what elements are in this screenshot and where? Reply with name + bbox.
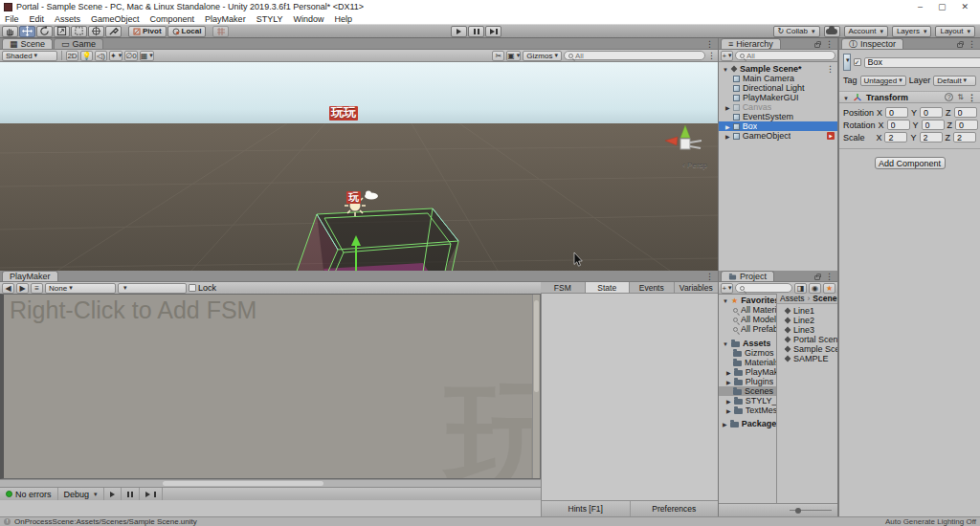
folder-playmaker[interactable]: PlayMaker	[719, 367, 776, 377]
gizmos-dropdown[interactable]: Gizmos	[523, 51, 562, 61]
search-by-label-icon[interactable]: ◉	[809, 283, 821, 294]
grid-visibility-icon[interactable]: ▦	[140, 51, 154, 61]
fsm-selector-dropdown[interactable]: None	[45, 283, 116, 294]
hierarchy-item-directional-light[interactable]: Directional Light	[719, 83, 837, 93]
hierarchy-item-gameobject[interactable]: GameObject▸	[719, 131, 837, 141]
tab-scene[interactable]: ▦ Scene	[2, 38, 53, 49]
perspective-indicator[interactable]: ‹ Persp	[682, 161, 707, 169]
layers-dropdown[interactable]: Layers	[892, 26, 932, 37]
account-dropdown[interactable]: Account	[844, 26, 888, 37]
cloud-button[interactable]	[824, 26, 840, 37]
folder-styly-plugins[interactable]: STYLY_Plugins	[719, 396, 776, 405]
component-menu-icon[interactable]	[968, 93, 976, 102]
tab-playmaker[interactable]: PlayMaker	[2, 271, 58, 281]
transform-tool-icon[interactable]	[88, 26, 104, 37]
folder-scenes[interactable]: Scenes	[719, 386, 776, 396]
project-menu-icon[interactable]	[825, 272, 834, 281]
file-sample-scene[interactable]: Sample Scene	[781, 344, 837, 354]
help-icon[interactable]: ?	[945, 93, 953, 101]
tab-inspector[interactable]: ⓘ Inspector	[841, 38, 903, 49]
scene-menu-icon[interactable]	[705, 39, 714, 49]
menu-playmaker[interactable]: PlayMaker	[205, 14, 246, 24]
fsm-back-icon[interactable]: ◀	[2, 283, 14, 294]
scene-options-icon[interactable]	[826, 64, 835, 74]
foldout-icon[interactable]	[726, 396, 731, 405]
hierarchy-search[interactable]	[735, 51, 835, 60]
favorites-root[interactable]: Favorites	[719, 296, 776, 305]
lock-icon[interactable]	[814, 275, 820, 280]
lock-icon[interactable]	[814, 43, 820, 48]
create-object-button[interactable]: +	[721, 51, 733, 61]
transform-component-header[interactable]: Transform ? ⇅	[839, 91, 980, 103]
rect-tool-icon[interactable]	[71, 26, 87, 37]
breadcrumb-current[interactable]: Scenes	[813, 294, 837, 303]
file-line2[interactable]: Line2	[781, 316, 837, 325]
folder-plugins[interactable]: Plugins	[719, 377, 776, 386]
menu-styly[interactable]: STYLY	[256, 14, 283, 24]
add-component-button[interactable]: Add Component	[875, 157, 946, 169]
scale-y-field[interactable]	[920, 132, 943, 142]
playmaker-menu-icon[interactable]	[705, 272, 714, 281]
minimize-button[interactable]: –	[918, 2, 923, 11]
lock-checkbox[interactable]	[189, 284, 196, 292]
fsm-play-button[interactable]	[104, 488, 122, 500]
foldout-icon[interactable]	[725, 131, 730, 141]
scale-z-field[interactable]	[953, 132, 976, 142]
scale-x-field[interactable]	[884, 132, 907, 142]
position-z-field[interactable]	[954, 107, 977, 118]
scene-toolbar-menu-icon[interactable]	[707, 51, 716, 60]
play-button[interactable]	[451, 26, 467, 37]
tab-events[interactable]: Events	[630, 282, 675, 293]
foldout-icon[interactable]	[726, 405, 731, 415]
hierarchy-item-scene[interactable]: Sample Scene*	[719, 64, 837, 74]
step-button[interactable]	[485, 26, 501, 37]
menu-component[interactable]: Component	[150, 14, 195, 24]
layout-dropdown[interactable]: Layout	[935, 26, 975, 37]
scene-camera-icon[interactable]: ▣	[506, 51, 521, 61]
icon-size-slider[interactable]	[790, 510, 832, 511]
menu-assets[interactable]: Assets	[55, 14, 80, 24]
status-message[interactable]: OnProcessScene:Assets/Scenes/Sample Scen…	[14, 517, 197, 526]
fsm-menu-icon[interactable]: ≡	[31, 283, 43, 294]
scene-fx-icon[interactable]: ✦	[109, 51, 122, 61]
file-portal-scene[interactable]: Portal Scene	[781, 335, 837, 344]
tab-game[interactable]: ▭ Game	[54, 38, 103, 49]
lock-icon[interactable]	[957, 43, 963, 48]
hierarchy-item-canvas[interactable]: Canvas	[719, 102, 837, 112]
breadcrumb-root[interactable]: Assets	[780, 294, 805, 303]
custom-tool-icon[interactable]	[105, 26, 122, 37]
move-tool-icon[interactable]	[19, 26, 35, 37]
maximize-button[interactable]: ▢	[938, 2, 947, 11]
fsm-forward-icon[interactable]: ▶	[16, 283, 29, 294]
fsm-graph-canvas[interactable]: Right-Click to Add FSM 玩	[0, 294, 541, 479]
layer-dropdown[interactable]: Default	[933, 76, 976, 86]
file-line1[interactable]: Line1	[781, 306, 837, 316]
favorite-all-models[interactable]: All Models	[719, 315, 776, 324]
hierarchy-item-playmakergui[interactable]: PlayMakerGUI	[719, 93, 837, 102]
rotation-x-field[interactable]	[887, 120, 910, 130]
menu-edit[interactable]: Edit	[30, 14, 45, 24]
scale-tool-icon[interactable]	[54, 26, 70, 37]
foldout-icon[interactable]	[723, 339, 728, 348]
menu-help[interactable]: Help	[334, 14, 352, 24]
object-icon[interactable]	[843, 54, 851, 71]
hierarchy-item-eventsystem[interactable]: EventSystem	[719, 112, 837, 121]
hierarchy-menu-icon[interactable]	[825, 39, 834, 49]
project-search[interactable]	[735, 283, 792, 293]
foldout-icon[interactable]	[726, 367, 731, 377]
packages-root[interactable]: Packages	[719, 419, 776, 428]
file-sample[interactable]: SAMPLE	[781, 354, 837, 363]
rotation-y-field[interactable]	[922, 120, 945, 130]
position-y-field[interactable]	[920, 107, 943, 118]
pivot-toggle[interactable]: Pivot	[128, 26, 167, 37]
2d-toggle[interactable]: 2D	[66, 51, 78, 61]
create-asset-button[interactable]: +	[721, 283, 733, 294]
foldout-icon[interactable]	[843, 93, 849, 102]
hierarchy-search-input[interactable]	[746, 52, 831, 60]
menu-file[interactable]: File	[5, 14, 19, 24]
shading-mode-dropdown[interactable]: Shaded	[2, 51, 57, 61]
rotate-tool-icon[interactable]	[36, 26, 53, 37]
tag-dropdown[interactable]: Untagged	[860, 76, 906, 86]
scene-viewport[interactable]: 玩玩 玩 ‹ Persp	[0, 62, 719, 271]
scene-search-input[interactable]	[575, 52, 701, 60]
